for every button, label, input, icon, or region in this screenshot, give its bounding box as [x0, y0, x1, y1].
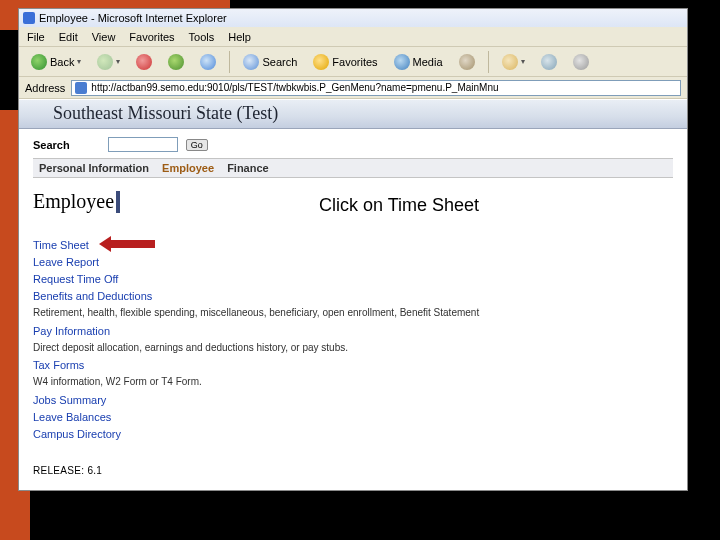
browser-window: Employee - Microsoft Internet Explorer F… [18, 8, 688, 491]
link-request-time-off[interactable]: Request Time Off [33, 271, 673, 288]
search-input[interactable] [108, 137, 178, 152]
address-input[interactable]: http://actban99.semo.edu:9010/pls/TEST/t… [71, 80, 681, 96]
edit-button[interactable] [567, 51, 595, 73]
menu-tools[interactable]: Tools [189, 31, 215, 43]
address-bar: Address http://actban99.semo.edu:9010/pl… [19, 77, 687, 99]
search-row: Search Go [33, 137, 673, 152]
site-banner: Southeast Missouri State (Test) [19, 99, 687, 129]
menu-file[interactable]: File [27, 31, 45, 43]
banner-title: Southeast Missouri State (Test) [53, 103, 278, 123]
chevron-down-icon: ▾ [77, 57, 81, 66]
tab-finance[interactable]: Finance [227, 162, 269, 174]
stop-button[interactable] [130, 51, 158, 73]
ie-icon [23, 12, 35, 24]
stop-icon [136, 54, 152, 70]
desc-pay-info: Direct deposit allocation, earnings and … [33, 340, 673, 356]
employee-menu: Time Sheet Leave Report Request Time Off… [33, 237, 673, 443]
text-cursor [116, 191, 120, 213]
page-content: Search Go Personal Information Employee … [19, 129, 687, 490]
link-leave-report[interactable]: Leave Report [33, 254, 673, 271]
list-item: Time Sheet [33, 237, 673, 254]
back-label: Back [50, 56, 74, 68]
desc-benefits: Retirement, health, flexible spending, m… [33, 305, 673, 321]
chevron-down-icon: ▾ [116, 57, 120, 66]
release-label: RELEASE: 6.1 [33, 465, 673, 476]
search-label: Search [33, 139, 70, 151]
link-tax-forms[interactable]: Tax Forms [33, 357, 673, 374]
forward-button[interactable]: ▾ [91, 51, 126, 73]
window-title: Employee - Microsoft Internet Explorer [39, 12, 227, 24]
link-leave-balances[interactable]: Leave Balances [33, 409, 673, 426]
menu-help[interactable]: Help [228, 31, 251, 43]
mail-button[interactable]: ▾ [496, 51, 531, 73]
back-icon [31, 54, 47, 70]
link-campus-directory[interactable]: Campus Directory [33, 426, 673, 443]
menu-view[interactable]: View [92, 31, 116, 43]
favorites-button[interactable]: Favorites [307, 51, 383, 73]
chevron-down-icon: ▾ [521, 57, 525, 66]
forward-icon [97, 54, 113, 70]
link-jobs-summary[interactable]: Jobs Summary [33, 392, 673, 409]
pointer-arrow-icon [109, 240, 155, 248]
back-button[interactable]: Back ▾ [25, 51, 87, 73]
toolbar-separator [229, 51, 230, 73]
address-url: http://actban99.semo.edu:9010/pls/TEST/t… [91, 82, 498, 93]
search-label: Search [262, 56, 297, 68]
instruction-callout: Click on Time Sheet [319, 195, 479, 216]
home-button[interactable] [194, 51, 222, 73]
tab-personal-information[interactable]: Personal Information [39, 162, 149, 174]
tab-row: Personal Information Employee Finance [33, 158, 673, 178]
refresh-icon [168, 54, 184, 70]
desc-tax-forms: W4 information, W2 Form or T4 Form. [33, 374, 673, 390]
print-icon [541, 54, 557, 70]
address-label: Address [25, 82, 65, 94]
menu-favorites[interactable]: Favorites [129, 31, 174, 43]
print-button[interactable] [535, 51, 563, 73]
history-button[interactable] [453, 51, 481, 73]
edit-icon [573, 54, 589, 70]
home-icon [200, 54, 216, 70]
link-pay-information[interactable]: Pay Information [33, 323, 673, 340]
go-button[interactable]: Go [186, 139, 208, 151]
media-label: Media [413, 56, 443, 68]
menubar: File Edit View Favorites Tools Help [19, 27, 687, 47]
mail-icon [502, 54, 518, 70]
search-icon [243, 54, 259, 70]
media-button[interactable]: Media [388, 51, 449, 73]
titlebar: Employee - Microsoft Internet Explorer [19, 9, 687, 27]
tab-employee[interactable]: Employee [162, 162, 214, 174]
favorites-label: Favorites [332, 56, 377, 68]
page-icon [75, 82, 87, 94]
toolbar: Back ▾ ▾ Search Favorites Media ▾ [19, 47, 687, 77]
refresh-button[interactable] [162, 51, 190, 73]
link-benefits-deductions[interactable]: Benefits and Deductions [33, 288, 673, 305]
toolbar-separator [488, 51, 489, 73]
search-button[interactable]: Search [237, 51, 303, 73]
page-title-text: Employee [33, 190, 114, 213]
media-icon [394, 54, 410, 70]
history-icon [459, 54, 475, 70]
star-icon [313, 54, 329, 70]
menu-edit[interactable]: Edit [59, 31, 78, 43]
